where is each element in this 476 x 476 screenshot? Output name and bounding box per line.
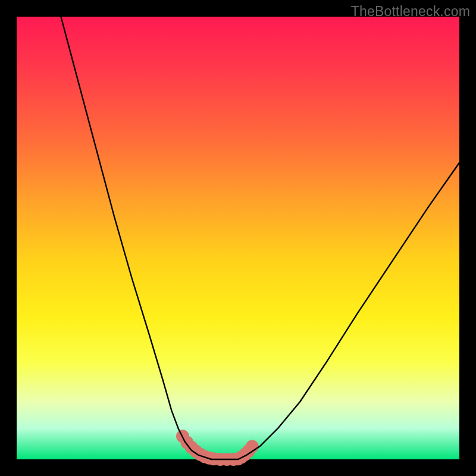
highlight-markers [176,430,259,466]
bottleneck-curve [61,17,459,459]
watermark: TheBottleneck.com [351,4,470,20]
chart-plot-area [17,17,459,459]
chart-svg [17,17,459,459]
